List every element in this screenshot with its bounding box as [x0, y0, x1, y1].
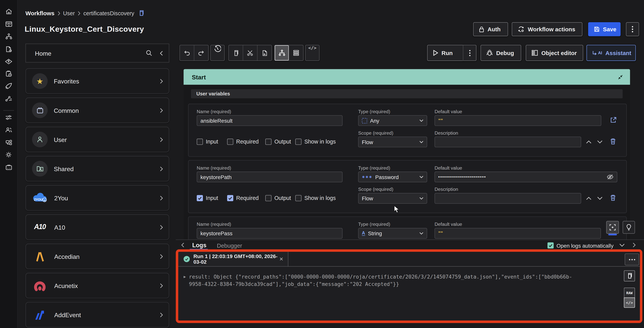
documents-icon[interactable]: [4, 44, 13, 54]
canvas-view-button[interactable]: [275, 45, 289, 60]
sidebar-item-accedian[interactable]: Accedian: [26, 244, 169, 269]
run-result-tab[interactable]: Run 1 | 22:03:19 GMT+08:00, 2026-03-02 ✕: [178, 252, 288, 267]
pipeline-icon[interactable]: [4, 94, 13, 103]
automation-diamond-key-icon[interactable]: [4, 57, 13, 66]
sidebar-item-a10[interactable]: A10 A10: [26, 214, 169, 240]
open-logs-automatically-checkbox[interactable]: [548, 242, 554, 249]
rocket-icon[interactable]: [4, 82, 13, 91]
breadcrumb-level1[interactable]: User: [63, 10, 75, 16]
gear-sync-icon[interactable]: [4, 150, 13, 159]
copy-button[interactable]: [229, 45, 242, 60]
sidebar-item-addevent[interactable]: AddEvent: [26, 302, 169, 327]
breadcrumb-level2[interactable]: certificatesDiscovery: [84, 10, 134, 16]
list-view-button[interactable]: [289, 45, 303, 60]
show-in-logs-checkbox[interactable]: [296, 195, 302, 201]
assistant-button[interactable]: AI Assistant: [586, 45, 636, 61]
start-node-header[interactable]: Start: [184, 69, 630, 85]
sidebar-item-shared[interactable]: Shared: [26, 156, 169, 181]
move-down-icon[interactable]: [597, 197, 602, 200]
workflow-tree-icon[interactable]: [4, 32, 13, 41]
header-kebab-menu-button[interactable]: [626, 22, 639, 36]
components-icon[interactable]: [4, 138, 13, 147]
tabs-scroll-right-icon[interactable]: [632, 242, 636, 248]
scope-label: Scope (required): [358, 187, 393, 192]
input-checkbox[interactable]: [197, 139, 203, 145]
scope-select[interactable]: Flow: [358, 193, 427, 204]
tab-logs[interactable]: Logs: [192, 242, 206, 248]
auth-button[interactable]: Auth: [473, 22, 508, 36]
run-button[interactable]: Run: [427, 45, 463, 61]
move-down-icon[interactable]: [597, 140, 602, 143]
chevron-down-icon[interactable]: [619, 244, 625, 247]
paste-button[interactable]: [257, 45, 272, 60]
history-button[interactable]: [210, 45, 225, 61]
delete-variable-icon[interactable]: [610, 194, 616, 201]
sidebar-item-favorites[interactable]: ★ Favorites: [26, 68, 169, 94]
variable-name-input[interactable]: [197, 172, 342, 182]
expand-result-triangle-icon[interactable]: ▸: [184, 274, 186, 279]
default-value-input[interactable]: "": [434, 228, 601, 239]
home-icon[interactable]: [4, 7, 13, 16]
default-value-input[interactable]: "": [434, 115, 602, 126]
log-options-button[interactable]: [625, 253, 639, 265]
sidebar-collapse-icon[interactable]: [160, 50, 163, 56]
dashboard-icon[interactable]: [4, 19, 13, 28]
run-options-button[interactable]: [463, 45, 476, 61]
delete-variable-icon[interactable]: [610, 138, 616, 145]
output-checkbox[interactable]: [265, 139, 272, 145]
undo-button[interactable]: [180, 45, 194, 60]
type-select[interactable]: A String: [358, 228, 427, 239]
variable-name-input[interactable]: [197, 228, 342, 239]
toolbox-icon[interactable]: [4, 162, 13, 172]
output-checkbox[interactable]: [265, 195, 272, 201]
sidebar-item-common[interactable]: Common: [26, 98, 169, 123]
scope-select[interactable]: Flow: [358, 136, 427, 147]
variable-name-input[interactable]: [197, 115, 342, 126]
show-in-logs-checkbox[interactable]: [296, 139, 302, 145]
default-value-password-input[interactable]: ••••••••••••••••••••••••: [434, 172, 618, 182]
sliders-icon[interactable]: [4, 113, 13, 122]
tab-debugger[interactable]: Debugger: [217, 242, 242, 249]
sidebar-item-user[interactable]: User: [26, 127, 169, 152]
raw-view-button[interactable]: RAW: [624, 288, 635, 297]
formatted-view-button[interactable]: </>: [624, 297, 635, 308]
clipboard-clock-icon[interactable]: [4, 69, 13, 78]
move-up-icon[interactable]: [586, 197, 592, 200]
hint-lightbulb-button[interactable]: [622, 221, 635, 234]
scope-value: Flow: [362, 139, 416, 145]
move-up-icon[interactable]: [586, 140, 592, 143]
tabs-scroll-left-icon[interactable]: [181, 242, 184, 248]
debug-button[interactable]: Debug: [480, 45, 521, 61]
bug-icon: [486, 50, 493, 56]
input-checkbox[interactable]: [197, 195, 203, 201]
required-checkbox[interactable]: [227, 139, 233, 145]
sidebar-item-2you[interactable]: 2YOUio 2You: [26, 185, 169, 211]
collapse-icon[interactable]: [618, 74, 624, 80]
description-input[interactable]: [434, 193, 581, 204]
workflow-actions-button[interactable]: Workflow actions: [512, 22, 582, 36]
type-select[interactable]: Any: [358, 115, 427, 126]
object-editor-label: Object editor: [541, 50, 577, 56]
copy-workflow-icon[interactable]: [138, 10, 144, 17]
close-icon[interactable]: ✕: [279, 256, 283, 262]
page-title: Linux_Keystore_Cert_Discovery: [25, 25, 144, 34]
save-button[interactable]: Save: [588, 22, 620, 36]
description-input[interactable]: [434, 136, 581, 147]
code-view-button[interactable]: </>: [305, 45, 320, 61]
users-icon[interactable]: [4, 125, 13, 134]
redo-button[interactable]: [194, 45, 208, 60]
type-select[interactable]: ∗∗∗ Password: [358, 172, 427, 182]
kebab-icon: [469, 50, 471, 56]
external-link-icon[interactable]: [610, 116, 617, 123]
object-editor-button[interactable]: Object editor: [526, 45, 583, 61]
search-icon[interactable]: [146, 50, 152, 56]
cut-button[interactable]: [243, 45, 257, 60]
required-checkbox[interactable]: [227, 195, 233, 201]
sidebar-item-acunetix[interactable]: Acunetix: [26, 273, 169, 298]
user-variables-section-header[interactable]: User variables: [191, 89, 622, 98]
fit-to-view-button[interactable]: [606, 221, 619, 234]
log-result-text[interactable]: result: Object {"record_paths":["0000-00…: [189, 273, 574, 288]
breadcrumb-root[interactable]: Workflows: [26, 10, 54, 17]
eye-slash-icon[interactable]: [606, 174, 614, 180]
copy-log-button[interactable]: [624, 270, 635, 281]
